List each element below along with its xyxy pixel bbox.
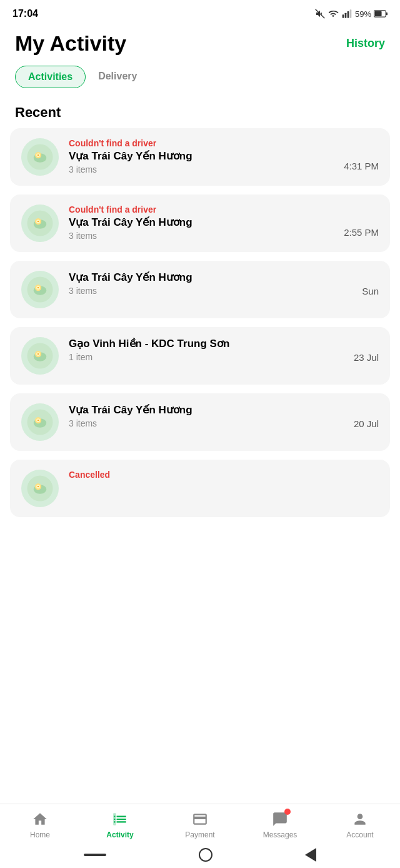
nav-label-home: Home [30,830,50,839]
svg-rect-6 [375,11,382,16]
android-recent-button[interactable] [84,854,106,856]
nav-item-home[interactable]: Home [18,810,62,839]
activity-list: Couldn't find a driver Vựa Trái Cây Yến … [0,128,400,517]
nav-item-account[interactable]: Account [338,810,382,839]
activity-icon-3 [21,271,59,308]
activity-icon-1 [21,138,59,176]
activity-name-2: Vựa Trái Cây Yến Hương [69,216,334,230]
tab-delivery[interactable]: Delivery [86,66,149,88]
svg-rect-1 [342,14,344,18]
svg-rect-3 [348,11,349,18]
activity-icon [111,810,129,828]
tabs-container: Activities Delivery [0,66,400,88]
mute-icon [315,9,325,19]
svg-rect-7 [386,13,388,16]
nav-label-account: Account [346,830,373,839]
activity-time-5: 20 Jul [354,418,379,429]
activity-card-6[interactable]: Cancelled [10,460,390,517]
messages-icon [271,810,289,828]
nav-item-activity[interactable]: Activity [98,810,142,839]
payment-icon [191,810,209,828]
activity-icon-4 [21,337,59,375]
android-back-button[interactable] [305,848,316,862]
svg-rect-38 [113,813,116,825]
activity-time-4: 23 Jul [354,352,379,363]
status-time: 17:04 [12,8,38,19]
messages-badge [284,809,291,815]
status-bar: 17:04 59% [0,0,400,25]
activity-content-2: Couldn't find a driver Vựa Trái Cây Yến … [69,204,334,241]
activity-items-3: 3 items [69,286,352,296]
activity-icon-6 [21,470,59,507]
activity-content-4: Gạo Vinh Hiền - KDC Trung Sơn 1 item [69,337,344,362]
activity-icon-5 [21,403,59,441]
activity-name-1: Vựa Trái Cây Yến Hương [69,149,334,163]
activity-items-1: 3 items [69,164,334,174]
activity-content-1: Couldn't find a driver Vựa Trái Cây Yến … [69,138,334,174]
svg-point-37 [38,486,39,487]
recent-section-title: Recent [0,93,400,128]
activity-card-1[interactable]: Couldn't find a driver Vựa Trái Cây Yến … [10,128,390,186]
svg-point-32 [38,420,39,421]
activity-items-2: 3 items [69,231,334,241]
account-icon [351,810,369,828]
svg-rect-2 [345,13,347,18]
battery-text: 59% [355,9,371,19]
android-nav [0,843,400,868]
activity-status-2: Couldn't find a driver [69,204,334,214]
activity-content-5: Vựa Trái Cây Yến Hương 3 items [69,403,344,428]
history-button[interactable]: History [346,37,385,50]
svg-point-12 [38,154,39,156]
bottom-wrapper: Home Activity Payment [0,804,400,868]
activity-status-1: Couldn't find a driver [69,138,334,148]
nav-label-messages: Messages [263,830,298,839]
tab-activities[interactable]: Activities [15,66,86,88]
activity-card-3[interactable]: Vựa Trái Cây Yến Hương 3 items Sun [10,261,390,318]
svg-point-27 [38,353,39,355]
nav-item-messages[interactable]: Messages [258,810,302,839]
activity-content-3: Vựa Trái Cây Yến Hương 3 items [69,271,352,296]
nav-label-payment: Payment [185,830,214,839]
page-title: My Activity [15,31,126,56]
nav-item-payment[interactable]: Payment [178,810,222,839]
activity-content-6: Cancelled [69,470,379,481]
activity-card-2[interactable]: Couldn't find a driver Vựa Trái Cây Yến … [10,194,390,252]
activity-time-2: 2:55 PM [344,227,379,238]
signal-icon [341,9,352,19]
wifi-icon [328,9,339,19]
activity-card-5[interactable]: Vựa Trái Cây Yến Hương 3 items 20 Jul [10,393,390,451]
activity-name-5: Vựa Trái Cây Yến Hương [69,403,344,417]
activity-name-4: Gạo Vinh Hiền - KDC Trung Sơn [69,337,344,351]
battery-icon [374,9,388,18]
activity-icon-2 [21,204,59,242]
activity-time-3: Sun [362,286,379,296]
home-icon [31,810,49,828]
activity-items-4: 1 item [69,352,344,362]
activity-name-3: Vựa Trái Cây Yến Hương [69,271,352,285]
activity-status-6: Cancelled [69,470,379,480]
svg-rect-4 [350,9,352,18]
activity-time-1: 4:31 PM [344,161,379,171]
nav-label-activity: Activity [106,830,133,839]
status-icons: 59% [315,9,388,19]
svg-point-17 [38,221,39,222]
android-home-button[interactable] [199,848,212,862]
bottom-nav: Home Activity Payment [0,804,400,843]
activity-items-5: 3 items [69,418,344,428]
page-header: My Activity History [0,25,400,66]
activity-card-4[interactable]: Gạo Vinh Hiền - KDC Trung Sơn 1 item 23 … [10,327,390,385]
svg-point-22 [38,287,39,288]
